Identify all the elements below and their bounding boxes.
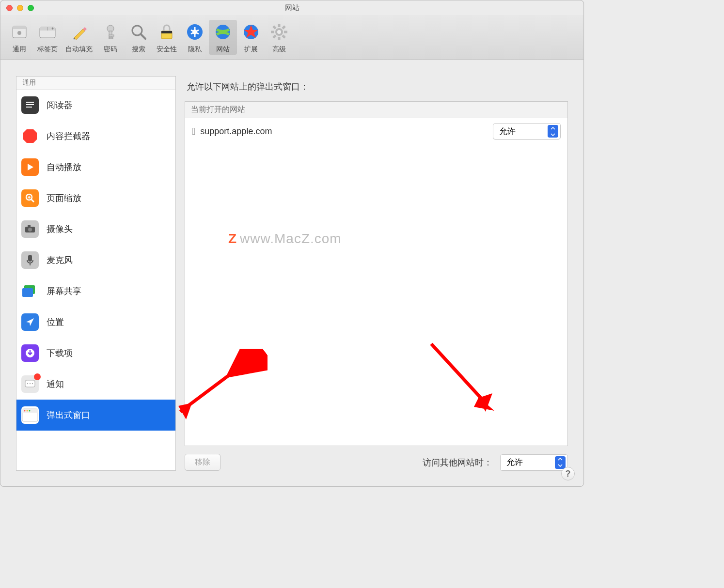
- toolbar-label: 密码: [104, 45, 117, 54]
- minimize-button[interactable]: [17, 5, 23, 11]
- sidebar-item-zoom[interactable]: 页面缩放: [16, 183, 175, 214]
- svg-text:+: +: [51, 26, 54, 31]
- toolbar-label: 自动填充: [65, 45, 93, 54]
- content-area: 通用 阅读器内容拦截器自动播放页面缩放摄像头麦克风屏幕共享位置下载项通知弹出式窗…: [16, 76, 568, 471]
- tabs-icon: +: [37, 22, 58, 42]
- sidebar-item-label: 页面缩放: [47, 192, 81, 204]
- extensions-icon: [241, 22, 261, 42]
- svg-rect-9: [109, 35, 114, 36]
- svg-point-56: [29, 410, 31, 412]
- sidebar-item-popup[interactable]: 弹出式窗口: [16, 400, 175, 431]
- svg-line-25: [273, 35, 276, 38]
- toolbar-search[interactable]: 搜索: [125, 20, 153, 55]
- site-row[interactable]:  support.apple.com 允许: [185, 118, 567, 144]
- toolbar-security[interactable]: 安全性: [153, 20, 181, 55]
- toolbar: 通用+标签页自动填充密码搜索安全性隐私网站扩展高级: [0, 15, 583, 60]
- downloads-icon: [21, 344, 39, 362]
- sidebar-item-label: 位置: [47, 316, 64, 328]
- svg-point-16: [192, 30, 197, 34]
- svg-line-12: [141, 34, 145, 39]
- svg-marker-34: [23, 129, 37, 143]
- preferences-window: 网站 通用+标签页自动填充密码搜索安全性隐私网站扩展高级 通用 阅读器内容拦截器…: [0, 0, 584, 487]
- sidebar-item-blocker[interactable]: 内容拦截器: [16, 121, 175, 152]
- svg-rect-43: [28, 255, 32, 262]
- sidebar-item-location[interactable]: 位置: [16, 307, 175, 338]
- sidebar-item-label: 弹出式窗口: [47, 409, 90, 421]
- svg-point-41: [28, 228, 32, 232]
- sidebar-item-reader[interactable]: 阅读器: [16, 90, 175, 121]
- select-stepper-icon: [548, 125, 558, 138]
- svg-rect-31: [26, 102, 34, 103]
- svg-point-50: [30, 383, 31, 384]
- main-panel: 允许以下网站上的弹出式窗口： 当前打开的网站  support.apple.c…: [185, 76, 568, 471]
- toolbar-label: 标签页: [37, 45, 58, 54]
- toolbar-label: 通用: [13, 45, 26, 54]
- toolbar-advanced[interactable]: 高级: [265, 20, 293, 55]
- toolbar-passwords[interactable]: 密码: [96, 20, 125, 55]
- svg-line-29: [283, 26, 285, 29]
- svg-rect-32: [26, 104, 34, 105]
- sidebar-item-label: 内容拦截器: [47, 130, 90, 142]
- badge-dot: [34, 373, 41, 380]
- svg-point-30: [277, 30, 281, 34]
- toolbar-websites[interactable]: 网站: [209, 20, 237, 55]
- toolbar-privacy[interactable]: 隐私: [181, 20, 209, 55]
- search-icon: [128, 22, 149, 42]
- toolbar-label: 安全性: [157, 45, 177, 54]
- toolbar-label: 网站: [216, 45, 230, 54]
- other-sites-select[interactable]: 允许: [500, 454, 568, 471]
- sidebar-item-label: 阅读器: [47, 99, 73, 111]
- close-button[interactable]: [6, 5, 13, 11]
- general-icon: [9, 22, 30, 42]
- apple-icon: : [192, 126, 195, 137]
- svg-line-27: [273, 26, 276, 29]
- camera-icon: [21, 220, 39, 238]
- sidebar-item-screenshare[interactable]: 屏幕共享: [16, 276, 175, 307]
- svg-marker-35: [28, 164, 33, 170]
- toolbar-label: 搜索: [132, 45, 145, 54]
- toolbar-general[interactable]: 通用: [5, 20, 33, 55]
- sidebar-item-label: 屏幕共享: [47, 285, 81, 297]
- sidebar-item-mic[interactable]: 麦克风: [16, 245, 175, 276]
- svg-rect-33: [26, 107, 32, 108]
- box-header: 当前打开的网站: [185, 102, 567, 118]
- toolbar-tabs[interactable]: +标签页: [33, 20, 62, 55]
- sidebar-item-label: 下载项: [47, 347, 73, 359]
- sidebar-header: 通用: [16, 77, 175, 90]
- help-button[interactable]: ?: [561, 467, 575, 480]
- svg-point-54: [24, 410, 26, 412]
- titlebar: 网站: [0, 0, 583, 15]
- sidebar-item-camera[interactable]: 摄像头: [16, 214, 175, 245]
- svg-rect-10: [109, 37, 113, 39]
- sidebar-item-label: 自动播放: [47, 161, 81, 173]
- toolbar-label: 高级: [272, 45, 286, 54]
- svg-rect-1: [13, 26, 26, 29]
- site-name: support.apple.com: [200, 126, 488, 137]
- popup-icon: [21, 406, 39, 424]
- sidebar-item-label: 通知: [47, 378, 64, 390]
- toolbar-extensions[interactable]: 扩展: [237, 20, 265, 55]
- svg-rect-14: [161, 31, 172, 33]
- traffic-lights: [6, 5, 34, 11]
- svg-point-2: [17, 31, 21, 35]
- select-stepper-icon: [555, 456, 566, 469]
- sidebar: 通用 阅读器内容拦截器自动播放页面缩放摄像头麦克风屏幕共享位置下载项通知弹出式窗…: [16, 76, 176, 471]
- screenshare-icon: [21, 282, 39, 300]
- site-permission-value: 允许: [499, 126, 516, 137]
- remove-button[interactable]: 移除: [185, 454, 220, 471]
- sidebar-item-downloads[interactable]: 下载项: [16, 338, 175, 369]
- site-permission-select[interactable]: 允许: [493, 123, 561, 139]
- svg-point-49: [27, 383, 28, 384]
- blocker-icon: [21, 127, 39, 145]
- zoom-button[interactable]: [28, 5, 34, 11]
- toolbar-label: 扩展: [244, 45, 258, 54]
- main-title: 允许以下网站上的弹出式窗口：: [185, 76, 568, 101]
- sidebar-item-autoplay[interactable]: 自动播放: [16, 152, 175, 183]
- svg-line-37: [31, 199, 34, 202]
- zoom-icon: [21, 189, 39, 207]
- other-sites-value: 允许: [506, 457, 523, 468]
- sidebar-item-notifications[interactable]: 通知: [16, 369, 175, 400]
- bottom-row: 移除 访问其他网站时： 允许: [185, 446, 568, 471]
- toolbar-autofill[interactable]: 自动填充: [62, 20, 96, 55]
- autoplay-icon: [21, 158, 39, 176]
